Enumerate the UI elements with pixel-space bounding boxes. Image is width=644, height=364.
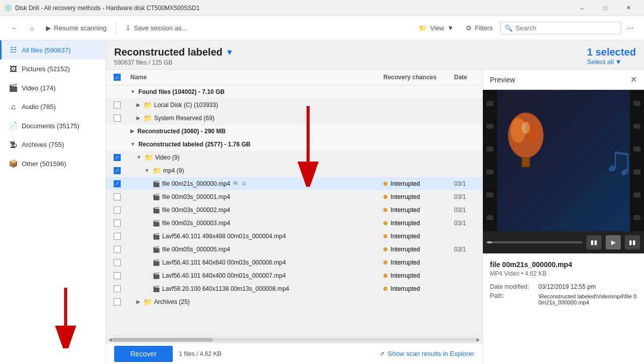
expand-icon[interactable]: ▼ — [144, 168, 150, 173]
video-icon: 🎬 — [9, 83, 18, 92]
home-button[interactable]: ⌂ — [25, 21, 39, 35]
expand-icon[interactable]: ▶ — [136, 115, 140, 121]
sidebar-item-label: All files (590637) — [22, 46, 71, 54]
system-reserved-check[interactable] — [106, 115, 128, 122]
file-5-checkbox[interactable] — [114, 246, 121, 253]
frame-forward-button[interactable]: ▮▮ — [625, 235, 640, 249]
expand-icon[interactable]: ▼ — [130, 141, 135, 147]
group-found-files[interactable]: ▼ Found files (104002) - 7.10 GB — [106, 85, 482, 98]
sidebar-item-pictures[interactable]: 🖼 Pictures (52152) — [0, 60, 106, 78]
file-1-date: 03/1 — [452, 192, 482, 202]
preview-header: Preview ✕ — [483, 70, 644, 90]
sidebar-item-video[interactable]: 🎬 Video (174) — [0, 78, 106, 97]
row-file-5[interactable]: 🎬 file 00m05s_000005.mp4 Interrupted 03/… — [106, 243, 482, 256]
video-folder-check[interactable]: ✓ — [106, 154, 128, 161]
recover-button[interactable]: Recover — [114, 346, 173, 362]
scroll-track[interactable] — [112, 338, 476, 342]
preview-close-button[interactable]: ✕ — [630, 75, 637, 84]
file-8-checkbox[interactable] — [114, 285, 121, 292]
row-file-1[interactable]: 🎬 file 00m03s_000001.mp4 Interrupted 03/… — [106, 190, 482, 203]
local-disk-check[interactable] — [106, 101, 128, 109]
back-button[interactable]: ← — [6, 21, 23, 35]
minimize-button[interactable]: – — [570, 0, 593, 16]
search-input[interactable] — [516, 24, 617, 32]
file-1-check[interactable] — [106, 193, 128, 200]
file-4-checkbox[interactable] — [114, 233, 121, 240]
film-hole — [486, 101, 493, 106]
sidebar-item-archives[interactable]: 🗜 Archives (755) — [0, 135, 106, 154]
eye-icon[interactable]: 👁 — [232, 180, 239, 187]
preview-date-modified: Date modified: 03/12/2019 12:55 pm — [490, 283, 637, 290]
preview-controls: ▮▮ ▶ ▮▮ — [483, 231, 644, 253]
system-reserved-checkbox[interactable] — [114, 115, 121, 122]
file-6-checkbox[interactable] — [114, 259, 121, 266]
file-0-checkbox[interactable]: ✓ — [114, 180, 121, 187]
file-7-checkbox[interactable] — [114, 272, 121, 279]
expand-icon[interactable]: ▼ — [130, 89, 135, 94]
seekbar[interactable] — [487, 241, 582, 243]
archives-checkbox[interactable] — [114, 298, 121, 305]
row-file-6[interactable]: 🎬 Lavf56.40.101 640x640 00m03s_000006.mp… — [106, 256, 482, 269]
row-system-reserved[interactable]: ▶ 📁 System Reserved (69) — [106, 112, 482, 125]
hash-icon[interactable]: # — [242, 180, 246, 187]
group-reconstructed[interactable]: ▶ Reconstructed (3060) - 290 MB — [106, 125, 482, 138]
scroll-thumb[interactable] — [112, 338, 213, 342]
file-2-check[interactable] — [106, 206, 128, 214]
frame-back-button[interactable]: ▮▮ — [586, 235, 602, 249]
documents-icon: 📄 — [9, 121, 18, 130]
select-all-button[interactable]: Select all ▼ — [587, 58, 622, 66]
select-all-checkbox[interactable]: ✓ — [114, 74, 121, 81]
video-folder-checkbox[interactable]: ✓ — [114, 154, 121, 161]
row-file-2[interactable]: 🎬 file 00m03s_000002.mp4 Interrupted 03/… — [106, 203, 482, 217]
mp4-folder-checkbox[interactable]: ✓ — [114, 167, 121, 174]
preview-filename: file 00m21s_000000.mp4 — [490, 261, 637, 269]
row-local-disk[interactable]: ▶ 📁 Local Disk (C) (103933) — [106, 98, 482, 112]
row-file-7[interactable]: 🎬 Lavf56.40.101 640x400 00m01s_000007.mp… — [106, 269, 482, 282]
file-6-check[interactable] — [106, 259, 128, 266]
show-scan-results-button[interactable]: ➚ Show scan results in Explorer — [379, 350, 474, 357]
file-1-checkbox[interactable] — [114, 193, 121, 200]
file-0-check[interactable]: ✓ — [106, 180, 128, 187]
expand-icon[interactable]: ▶ — [136, 102, 140, 108]
file-8-check[interactable] — [106, 285, 128, 292]
filters-button[interactable]: ⚙ Filters — [461, 21, 498, 35]
close-button[interactable]: ✕ — [617, 0, 640, 16]
row-file-4[interactable]: 🎬 Lavf56.40.101 498x498 00m01s_000004.mp… — [106, 230, 482, 243]
sidebar-item-other[interactable]: 📦 Other (501596) — [0, 154, 106, 173]
maximize-button[interactable]: □ — [593, 0, 617, 16]
sidebar-item-all-files[interactable]: ☷ All files (590637) — [0, 40, 106, 60]
row-video-folder[interactable]: ✓ ▼ 📁 Video (9) — [106, 151, 482, 164]
file-5-recovery: Interrupted — [381, 244, 452, 254]
row-archives-folder[interactable]: ▶ 📁 Archives (25) — [106, 295, 482, 308]
title-dropdown-icon[interactable]: ▼ — [226, 48, 234, 57]
horizontal-scrollbar[interactable]: ◀ ▶ — [106, 336, 482, 343]
file-7-check[interactable] — [106, 272, 128, 279]
sidebar-item-documents[interactable]: 📄 Documents (35175) — [0, 116, 106, 135]
play-button[interactable]: ▶ — [606, 235, 621, 249]
more-button[interactable]: ··· — [623, 21, 638, 36]
group-reconstructed-labeled[interactable]: ▼ Reconstructed labeled (2577) - 1.76 GB — [106, 138, 482, 151]
file-5-check[interactable] — [106, 246, 128, 253]
view-button[interactable]: 📁 View ▼ — [414, 21, 459, 35]
local-disk-checkbox[interactable] — [114, 101, 121, 109]
row-file-8[interactable]: 🎬 Lavf58.20.100 640x1138 00m13s_000008.m… — [106, 282, 482, 295]
file-4-check[interactable] — [106, 233, 128, 240]
resume-scanning-button[interactable]: ▶ Resume scanning — [41, 21, 112, 35]
scroll-left-btn[interactable]: ◀ — [108, 337, 112, 342]
row-file-3[interactable]: 🎬 file 00m02s_000003.mp4 Interrupted 03/… — [106, 217, 482, 230]
file-2-checkbox[interactable] — [114, 206, 121, 214]
scroll-right-btn[interactable]: ▶ — [476, 337, 480, 342]
file-0-recovery: Interrupted — [381, 179, 452, 189]
expand-icon[interactable]: ▼ — [136, 154, 141, 160]
mp4-folder-check[interactable]: ✓ — [106, 167, 128, 174]
expand-icon[interactable]: ▶ — [136, 299, 140, 304]
save-session-button[interactable]: ⇩ Save session as... — [120, 21, 192, 35]
expand-icon[interactable]: ▶ — [130, 128, 134, 134]
archives-check[interactable] — [106, 298, 128, 305]
file-3-check[interactable] — [106, 220, 128, 227]
file-3-checkbox[interactable] — [114, 220, 121, 227]
svg-point-4 — [522, 122, 530, 134]
row-file-0[interactable]: ✓ 🎬 file 00m21s_000000.mp4 👁 # Interrupt… — [106, 177, 482, 190]
sidebar-item-audio[interactable]: ♫ Audio (785) — [0, 97, 106, 116]
row-mp4-folder[interactable]: ✓ ▼ 📁 mp4 (9) — [106, 164, 482, 177]
